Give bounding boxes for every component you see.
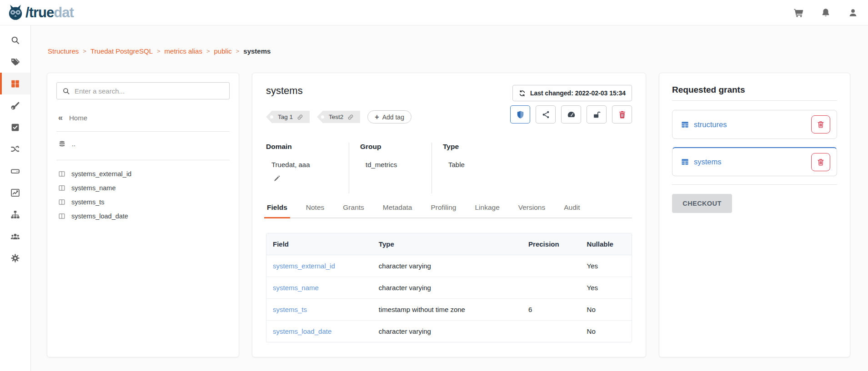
domain-value: Truedat, aaa	[266, 161, 338, 168]
search-icon	[62, 87, 70, 95]
divider	[672, 184, 837, 185]
remove-grant-button[interactable]	[811, 153, 830, 171]
sidebar-item-settings[interactable]	[0, 247, 30, 269]
tags-row: Tag 1 Test2 + Add tag	[266, 110, 411, 124]
truedat-logo[interactable]: /truedat	[6, 4, 74, 22]
divider	[672, 100, 837, 101]
wordmark: /truedat	[25, 5, 74, 21]
tab-notes[interactable]: Notes	[305, 203, 326, 218]
grant-link-systems[interactable]: systems	[681, 158, 722, 166]
topbar-actions	[793, 8, 858, 18]
list-item[interactable]: systems_load_date	[56, 209, 230, 223]
tag-chip[interactable]: Tag 1	[266, 111, 310, 123]
top-navbar: /truedat	[0, 0, 868, 25]
structure-detail-panel: systems Tag 1 Test2 + Add tag	[252, 73, 646, 357]
field-nullable: Yes	[581, 277, 632, 298]
sidebar-item-tags[interactable]	[0, 51, 30, 73]
hard-drive-icon	[10, 166, 20, 176]
cart-icon[interactable]	[793, 8, 803, 18]
list-item-label: systems_external_id	[71, 170, 131, 178]
tag-hole	[270, 115, 273, 119]
share-icon	[542, 110, 550, 119]
grants-panel-title: Requested grants	[672, 85, 837, 95]
field-precision: 6	[522, 298, 580, 320]
column-header-precision: Precision	[522, 233, 580, 255]
edit-domain-button[interactable]	[273, 175, 281, 182]
field-precision	[522, 255, 580, 277]
checkout-button[interactable]: CHECKOUT	[672, 194, 732, 213]
field-type: character varying	[372, 320, 522, 342]
breadcrumb-link-structures[interactable]: Structures	[48, 47, 79, 55]
tab-audit[interactable]: Audit	[563, 203, 581, 218]
profiling-button[interactable]	[561, 105, 581, 124]
breadcrumb-link-database[interactable]: metrics alias	[165, 47, 202, 55]
search-input[interactable]	[75, 87, 224, 95]
remove-grant-button[interactable]	[811, 115, 830, 134]
grant-name: systems	[694, 158, 722, 166]
sidebar-item-keys[interactable]	[0, 94, 30, 116]
browser-home-link[interactable]: « Home	[56, 112, 230, 123]
last-changed-button[interactable]: Last changed: 2022-02-03 15:34	[512, 85, 632, 101]
browser-parent-item[interactable]: ..	[56, 138, 230, 150]
unlock-button[interactable]	[587, 105, 607, 124]
group-info: Group td_metrics	[349, 143, 431, 193]
refresh-icon	[519, 90, 526, 97]
columns-icon	[58, 184, 65, 192]
sidebar-item-lineage[interactable]	[0, 138, 30, 160]
sidebar-item-search[interactable]	[0, 29, 30, 51]
breadcrumb-link-schema[interactable]: public	[214, 47, 232, 55]
add-tag-button[interactable]: + Add tag	[367, 110, 411, 124]
delete-button[interactable]	[612, 105, 632, 124]
sidebar-item-systems[interactable]	[0, 160, 30, 182]
column-header-field: Field	[266, 233, 372, 255]
tab-versions[interactable]: Versions	[517, 203, 546, 218]
tab-fields[interactable]: Fields	[266, 203, 288, 218]
chart-line-icon	[10, 188, 20, 198]
trash-icon	[618, 110, 627, 119]
trash-icon	[817, 120, 825, 129]
group-value: td_metrics	[360, 161, 421, 168]
columns-icon	[58, 198, 65, 206]
last-changed-label: Last changed: 2022-02-03 15:34	[530, 89, 626, 97]
shield-icon	[516, 110, 525, 119]
field-link[interactable]: systems_load_date	[266, 320, 372, 342]
sidebar-item-dashboards[interactable]	[0, 182, 30, 203]
tab-linkage[interactable]: Linkage	[474, 203, 500, 218]
sidebar-item-taxonomy[interactable]	[0, 203, 30, 225]
wordmark-dat: dat	[54, 5, 74, 21]
field-link[interactable]: systems_ts	[266, 298, 372, 320]
user-icon[interactable]	[848, 8, 858, 18]
table-row: systems_name character varying Yes	[266, 277, 632, 298]
tab-grants[interactable]: Grants	[342, 203, 365, 218]
field-link[interactable]: systems_external_id	[266, 255, 372, 277]
trash-icon	[817, 158, 825, 166]
tab-profiling[interactable]: Profiling	[430, 203, 457, 218]
column-header-type: Type	[372, 233, 522, 255]
field-link[interactable]: systems_name	[266, 277, 372, 298]
domain-info: Domain Truedat, aaa	[266, 143, 349, 193]
grant-link-structures[interactable]: structures	[681, 120, 727, 129]
table-icon	[681, 120, 689, 129]
list-item[interactable]: systems_external_id	[56, 167, 230, 181]
tag-chip[interactable]: Test2	[317, 111, 360, 123]
list-item[interactable]: systems_name	[56, 181, 230, 195]
breadcrumb-separator: >	[236, 48, 240, 54]
tag-label: Test2	[329, 114, 343, 120]
share-button[interactable]	[536, 105, 556, 124]
breadcrumb: Structures > Truedat PostgreSQL > metric…	[48, 47, 271, 55]
field-nullable: Yes	[581, 255, 632, 277]
group-label: Group	[360, 143, 421, 151]
grant-card: structures	[672, 110, 837, 139]
sidebar-item-rules[interactable]	[0, 116, 30, 138]
list-item[interactable]: systems_ts	[56, 195, 230, 209]
field-nullable: No	[581, 298, 632, 320]
users-icon	[10, 232, 20, 241]
tachometer-icon	[567, 110, 576, 119]
sidebar-item-structures[interactable]	[0, 73, 30, 94]
breadcrumb-link-source[interactable]: Truedat PostgreSQL	[90, 47, 153, 55]
tab-metadata[interactable]: Metadata	[382, 203, 413, 218]
divider	[56, 131, 230, 132]
sidebar-item-users[interactable]	[0, 225, 30, 247]
bell-icon[interactable]	[821, 8, 831, 18]
protect-button[interactable]	[510, 105, 530, 124]
